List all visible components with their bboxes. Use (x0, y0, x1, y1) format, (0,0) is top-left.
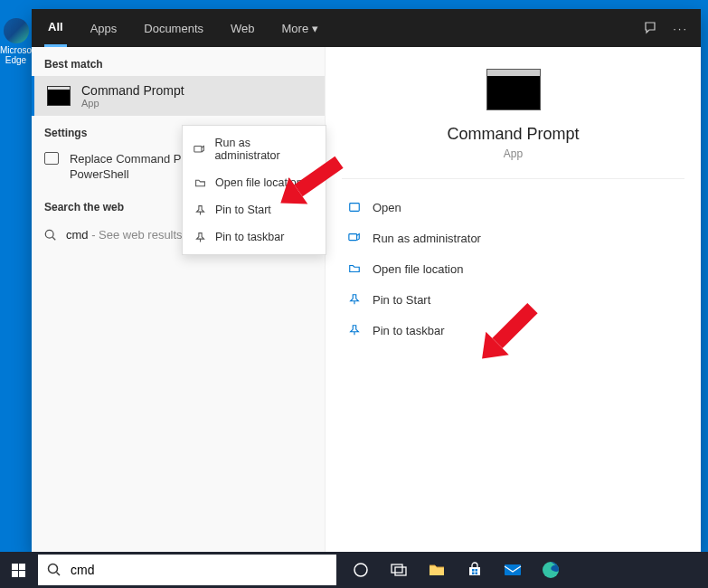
taskbar (0, 552, 708, 588)
svg-rect-12 (472, 573, 475, 575)
search-results-column: Best match Command Prompt App Settings R… (32, 47, 326, 552)
svg-point-7 (354, 564, 367, 576)
tab-more[interactable]: More ▾ (278, 9, 323, 47)
action-open-file-location[interactable]: Open file location (342, 253, 684, 284)
taskbar-search-input[interactable] (71, 563, 327, 577)
action-label: Open (373, 201, 401, 214)
file-explorer-icon[interactable] (421, 552, 452, 588)
web-result-text: cmd - See web results (66, 228, 183, 242)
svg-line-1 (52, 237, 55, 240)
svg-rect-13 (476, 573, 478, 575)
action-pin-taskbar[interactable]: Pin to taskbar (342, 315, 684, 346)
svg-line-6 (57, 573, 61, 576)
tab-all[interactable]: All (44, 9, 67, 47)
task-view-icon[interactable] (383, 552, 414, 588)
svg-rect-11 (476, 569, 478, 572)
pin-icon (194, 231, 206, 243)
context-menu: Run as administrator Open file location … (182, 125, 326, 255)
start-button[interactable] (0, 552, 36, 588)
edge-taskbar-icon[interactable] (535, 552, 566, 588)
pin-icon (194, 204, 206, 216)
detail-subtitle: App (504, 147, 523, 160)
result-detail-pane: Command Prompt App Open Run as administr… (326, 47, 701, 552)
search-panel-body: Best match Command Prompt App Settings R… (32, 47, 701, 552)
ctx-open-file-location[interactable]: Open file location (183, 169, 326, 196)
action-label: Pin to taskbar (373, 324, 445, 337)
settings-monitor-icon (44, 152, 59, 165)
detail-title: Command Prompt (447, 125, 579, 144)
pin-icon (347, 292, 362, 307)
result-text: Command Prompt App (81, 83, 312, 109)
best-match-header: Best match (32, 47, 325, 76)
svg-point-5 (49, 564, 58, 574)
open-icon (347, 200, 362, 214)
action-label: Open file location (373, 262, 463, 276)
action-label: Pin to Start (373, 293, 430, 307)
admin-shield-icon (347, 231, 362, 245)
detail-action-list: Open Run as administrator Open file loca… (342, 178, 684, 346)
svg-rect-14 (505, 564, 521, 575)
mail-icon[interactable] (497, 552, 528, 588)
web-query: cmd (66, 228, 89, 242)
result-title: Command Prompt (81, 83, 312, 98)
action-run-administrator[interactable]: Run as administrator (342, 223, 684, 253)
windows-logo-icon (12, 564, 25, 577)
folder-icon (347, 261, 362, 276)
svg-rect-3 (349, 234, 357, 241)
taskbar-icons (345, 552, 566, 588)
svg-rect-9 (395, 567, 406, 575)
ctx-run-administrator[interactable]: Run as administrator (183, 129, 326, 169)
taskbar-search-box[interactable] (38, 555, 336, 585)
tab-documents[interactable]: Documents (140, 9, 207, 47)
cortana-icon[interactable] (345, 552, 376, 588)
result-command-prompt[interactable]: Command Prompt App (32, 76, 325, 116)
ctx-label: Pin to taskbar (215, 231, 284, 243)
ctx-label: Run as administrator (214, 137, 315, 162)
desktop-icon-label: Microsoft Edge (0, 45, 32, 65)
action-pin-start[interactable]: Pin to Start (342, 284, 684, 315)
desktop-icon-edge[interactable]: Microsoft Edge (0, 18, 32, 65)
admin-shield-icon (194, 143, 205, 156)
svg-point-0 (45, 230, 53, 238)
more-options-icon[interactable]: ··· (673, 22, 688, 35)
svg-rect-8 (392, 564, 402, 573)
svg-rect-2 (350, 204, 360, 212)
action-open[interactable]: Open (342, 192, 684, 223)
search-icon (47, 563, 61, 577)
command-prompt-icon (486, 69, 541, 110)
svg-rect-10 (472, 569, 475, 572)
ctx-pin-start[interactable]: Pin to Start (183, 196, 326, 223)
edge-icon (4, 18, 29, 43)
ctx-label: Open file location (215, 176, 303, 189)
tab-more-label: More (282, 22, 309, 35)
ctx-label: Pin to Start (215, 204, 271, 216)
microsoft-store-icon[interactable] (459, 552, 490, 588)
ctx-pin-taskbar[interactable]: Pin to taskbar (183, 223, 326, 251)
tab-apps[interactable]: Apps (87, 9, 121, 47)
result-subtitle: App (81, 98, 312, 109)
folder-icon (194, 176, 206, 189)
svg-rect-4 (194, 146, 202, 152)
search-tab-bar: All Apps Documents Web More ▾ ··· (32, 9, 701, 47)
feedback-icon[interactable] (644, 21, 658, 35)
tab-web[interactable]: Web (227, 9, 259, 47)
web-hint: - See web results (89, 228, 183, 242)
action-label: Run as administrator (373, 232, 481, 245)
pin-icon (347, 323, 362, 337)
chevron-down-icon: ▾ (312, 22, 318, 35)
search-icon (44, 229, 57, 242)
command-prompt-icon (47, 86, 71, 106)
start-search-panel: All Apps Documents Web More ▾ ··· Best m… (32, 9, 701, 552)
